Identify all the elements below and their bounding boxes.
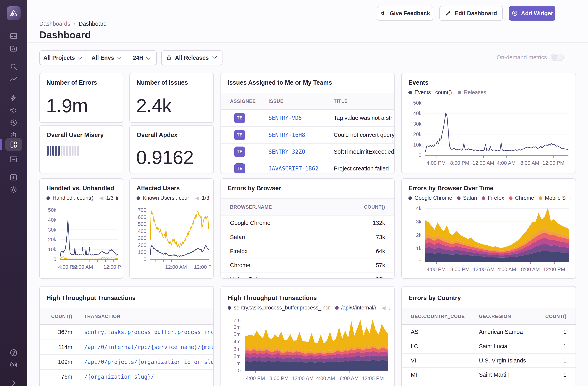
assignee-avatar[interactable]: TE bbox=[234, 163, 245, 173]
table-row[interactable]: Google Chrome 132k bbox=[221, 216, 394, 230]
sidebar-item-settings[interactable] bbox=[0, 183, 27, 196]
on-demand-metrics-toggle[interactable] bbox=[551, 54, 564, 61]
table-row[interactable]: Mobile Safari 38k bbox=[221, 272, 394, 279]
pager-prev-icon[interactable]: ◀ bbox=[570, 195, 571, 201]
sidebar-item-whats-new[interactable] bbox=[0, 359, 27, 371]
table-row[interactable]: MF Saint Martin 1 bbox=[402, 367, 576, 382]
sidebar-item-issues[interactable] bbox=[0, 30, 27, 42]
legend-item[interactable]: sentry.tasks.process_buffer.process_incr bbox=[228, 305, 330, 311]
environment-filter-dropdown[interactable]: All Envs bbox=[85, 51, 127, 65]
breadcrumb-dashboards-link[interactable]: Dashboards bbox=[39, 21, 70, 27]
assignee-avatar[interactable]: TE bbox=[234, 130, 245, 140]
legend-item[interactable]: Known Users : cour bbox=[137, 195, 189, 201]
legend-item[interactable]: Chrome bbox=[509, 195, 534, 201]
widget-errors-by-browser[interactable]: Errors by Browser BROWSER.NAME COUNT() G… bbox=[220, 178, 395, 279]
legend-item[interactable]: Firefox bbox=[482, 195, 504, 201]
legend-item[interactable]: Google Chrome bbox=[408, 195, 452, 201]
widget-affected-users[interactable]: Affected Users Known Users : cour ◀ 1/3 … bbox=[129, 178, 214, 279]
table-row[interactable]: Chrome 57k bbox=[221, 258, 394, 272]
legend-item[interactable]: /api/0/internal/r bbox=[335, 305, 377, 311]
table-row[interactable]: Firefox 64k bbox=[221, 244, 394, 258]
legend-item[interactable]: Safari bbox=[457, 195, 477, 201]
legend-item[interactable]: Releases bbox=[458, 89, 486, 95]
pager-prev-icon[interactable]: ◀ bbox=[195, 195, 199, 201]
column-header[interactable]: GEO.REGION bbox=[479, 314, 537, 319]
sidebar-item-help[interactable] bbox=[0, 346, 27, 359]
widget-events-chart[interactable]: Events Events : count() Releases 50k40k3… bbox=[401, 73, 576, 173]
column-header[interactable]: BROWSER.NAME bbox=[230, 204, 342, 210]
sidebar-item-feedback[interactable] bbox=[0, 104, 27, 117]
assignee-avatar[interactable]: TE bbox=[234, 113, 245, 123]
issue-link[interactable]: JAVASCRIPT-1BG2 bbox=[269, 165, 318, 172]
y-axis-label: 10k bbox=[413, 142, 421, 148]
sidebar-item-projects[interactable] bbox=[0, 42, 27, 55]
transaction-link[interactable]: /{organization_slug}/ bbox=[84, 374, 154, 380]
sidebar-item-traces[interactable] bbox=[0, 73, 27, 86]
sidebar-item-stats[interactable] bbox=[0, 171, 27, 184]
sidebar-item-search[interactable] bbox=[0, 60, 27, 73]
legend-item[interactable]: Mobile S bbox=[539, 195, 566, 201]
widget-overall-user-misery[interactable]: Overall User Misery bbox=[39, 125, 123, 173]
column-header[interactable]: COUNT() bbox=[537, 314, 567, 319]
sidebar-item-performance[interactable] bbox=[0, 91, 27, 104]
sentry-logo[interactable] bbox=[7, 6, 21, 20]
issue-link[interactable]: SENTRY-16H8 bbox=[269, 132, 305, 138]
pager-next-icon[interactable]: ▶ bbox=[116, 195, 118, 201]
table-row[interactable]: 367m sentry.tasks.process_buffer.process… bbox=[40, 325, 213, 340]
column-header[interactable]: COUNT() bbox=[40, 314, 74, 319]
sidebar-item-dashboards[interactable] bbox=[0, 138, 27, 151]
issue-row[interactable]: TE SENTRY-16H8 Could not convert query bbox=[221, 126, 394, 143]
issue-link[interactable]: SENTRY-VD5 bbox=[269, 115, 302, 121]
transaction-link[interactable]: sentry.tasks.process_buffer.process_incr bbox=[84, 329, 213, 335]
widget-issues-assigned[interactable]: Issues Assigned to Me or My Teams ASSIGN… bbox=[220, 73, 395, 173]
axis-tick bbox=[436, 155, 437, 158]
x-axis-label: 4:00 PM bbox=[427, 160, 446, 166]
table-row[interactable]: 114m /api/0/internal/rpc/{service_name}/… bbox=[40, 340, 213, 354]
transaction-link[interactable]: /api/0/internal/rpc/{service_name}/{meth… bbox=[84, 344, 213, 350]
widget-handled-vs-unhandled[interactable]: Handled vs. Unhandled Handled : count() … bbox=[39, 178, 123, 279]
table-row[interactable]: 76m /{organization_slug}/ bbox=[40, 369, 213, 384]
widget-number-of-errors[interactable]: Number of Errors 1.9m bbox=[39, 73, 123, 123]
issue-row[interactable]: TE SENTRY-32ZQ SoftTimeLimitExceeded bbox=[221, 143, 394, 160]
widget-high-throughput-table[interactable]: High Throughput Transactions COUNT() TRA… bbox=[39, 286, 214, 386]
table-row[interactable]: 109m /api/0/projects/{organization_id_or… bbox=[40, 354, 213, 369]
add-widget-button[interactable]: Add Widget bbox=[509, 6, 555, 21]
table-row[interactable]: AS American Samoa 1 bbox=[402, 325, 576, 339]
table-row[interactable]: LC Saint Lucia 1 bbox=[402, 339, 576, 353]
legend-item[interactable]: Handled : count() bbox=[46, 195, 93, 201]
widget-overall-apdex[interactable]: Overall Apdex 0.9162 bbox=[129, 125, 214, 173]
pager-prev-icon[interactable]: ◀ bbox=[381, 305, 385, 311]
table-row[interactable]: VI U.S. Virgin Islands 1 bbox=[402, 353, 576, 367]
widget-errors-by-browser-over-time[interactable]: Errors by Browser Over Time Google Chrom… bbox=[401, 178, 576, 279]
page-filter-bar: All Projects All Envs 24H bbox=[39, 50, 157, 65]
sidebar-item-releases[interactable] bbox=[0, 153, 27, 166]
axis-tick bbox=[204, 259, 204, 262]
country-code: AS bbox=[411, 329, 479, 335]
transaction-link[interactable]: /api/0/projects/{organization_id_or_slug… bbox=[84, 359, 213, 365]
misery-bar bbox=[61, 146, 63, 156]
pager-prev-icon[interactable]: ◀ bbox=[99, 195, 103, 201]
edit-dashboard-button[interactable]: Edit Dashboard bbox=[440, 6, 503, 21]
column-header[interactable]: COUNT() bbox=[342, 204, 385, 210]
column-header[interactable]: ISSUE bbox=[269, 98, 334, 104]
column-header[interactable]: TRANSACTION bbox=[74, 314, 213, 319]
issue-link[interactable]: SENTRY-32ZQ bbox=[269, 149, 305, 155]
column-header[interactable]: GEO.COUNTRY_CODE bbox=[411, 314, 479, 319]
axis-tick bbox=[171, 259, 172, 262]
sidebar-item-replays[interactable] bbox=[0, 116, 27, 129]
column-header[interactable]: ASSIGNEE bbox=[230, 98, 269, 104]
release-filter-dropdown[interactable]: All Releases bbox=[161, 50, 222, 65]
column-header[interactable]: TITLE bbox=[334, 98, 394, 104]
table-row[interactable]: Safari 73k bbox=[221, 230, 394, 244]
widget-number-of-issues[interactable]: Number of Issues 2.4k bbox=[129, 73, 214, 123]
widget-errors-by-country[interactable]: Errors by Country GEO.COUNTRY_CODE GEO.R… bbox=[401, 286, 576, 386]
date-range-dropdown[interactable]: 24H bbox=[127, 51, 156, 65]
legend-item[interactable]: Events : count() bbox=[408, 89, 452, 95]
assignee-avatar[interactable]: TE bbox=[234, 147, 245, 157]
issue-row[interactable]: TE SENTRY-VD5 Tag value was not a string bbox=[221, 110, 394, 126]
sidebar-collapse-button[interactable] bbox=[0, 377, 27, 386]
project-filter-dropdown[interactable]: All Projects bbox=[40, 51, 85, 65]
give-feedback-button[interactable]: Give Feedback bbox=[377, 6, 433, 21]
issue-row[interactable]: TE JAVASCRIPT-1BG2 Project creation fail… bbox=[221, 160, 394, 173]
widget-high-throughput-chart[interactable]: High Throughput Transactions sentry.task… bbox=[220, 286, 395, 386]
